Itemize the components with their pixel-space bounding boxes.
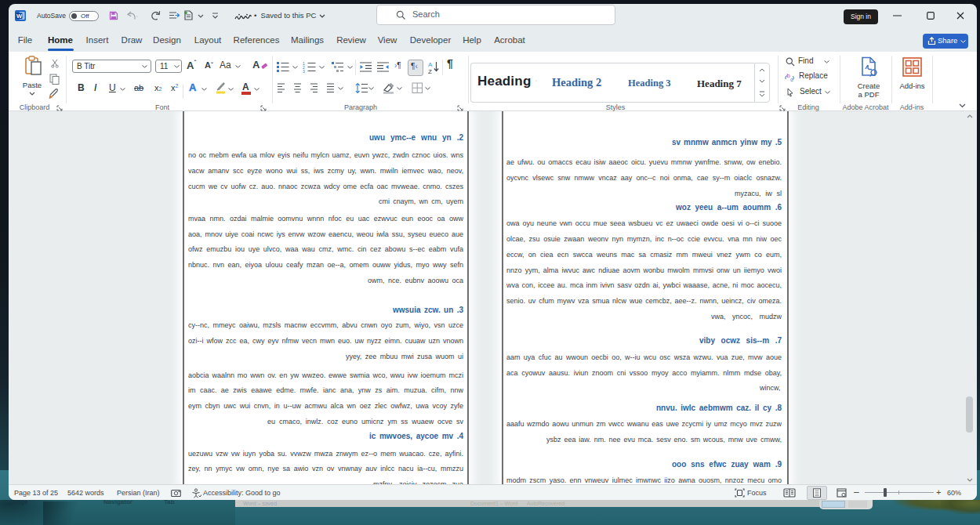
- svg-text:Z: Z: [428, 68, 432, 74]
- svg-text:W: W: [16, 13, 23, 20]
- svg-text:3: 3: [303, 69, 305, 74]
